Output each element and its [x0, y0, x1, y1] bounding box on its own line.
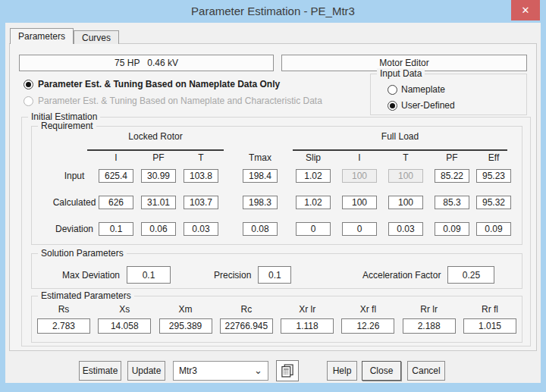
window-title: Parameter Estimation - PE_Mtr3: [0, 0, 546, 23]
input-data-group-label: Input Data: [377, 68, 425, 79]
initial-estimation-group: Initial Estimation Requirement Locked Ro…: [21, 117, 531, 347]
req-calculated-cell-6: 100: [388, 196, 423, 209]
acceleration-factor-input[interactable]: 0.25: [447, 266, 494, 284]
tab-parameters[interactable]: Parameters: [10, 28, 74, 44]
req-input-cell-2[interactable]: 103.8: [184, 169, 218, 183]
req-input-cell-3[interactable]: 198.4: [243, 169, 278, 183]
radio-icon: [24, 96, 33, 106]
req-input-cell-0[interactable]: 625.4: [99, 169, 133, 183]
req-calculated-cell-4: 1.02: [296, 196, 331, 209]
estimated-param-xr-lr: Xr lr1.118: [278, 304, 336, 334]
parameter-estimation-window: Parameter Estimation - PE_Mtr3 ✕ Paramet…: [0, 0, 546, 392]
req-deviation-cell-6: 0.03: [388, 222, 423, 236]
estimated-parameters-fields: Rs2.783Xs14.058Xm295.389Rc22766.945Xr lr…: [35, 304, 519, 334]
req-calculated-cell-1: 31.01: [141, 196, 176, 209]
estimated-param-value: 2.783: [37, 318, 90, 334]
max-deviation-input[interactable]: 0.1: [127, 266, 171, 284]
req-deviation-cell-0: 0.1: [99, 222, 133, 236]
input-data-option-nameplate[interactable]: Nameplate: [388, 83, 455, 96]
close-dialog-button[interactable]: Close: [362, 361, 401, 381]
column-header-t-6: T: [388, 152, 423, 163]
req-input-cell-7[interactable]: 85.22: [435, 169, 469, 183]
full-load-underline: [293, 149, 507, 151]
estimated-param-rr-lr: Rr lr2.188: [400, 304, 458, 334]
solution-field-acceleration-factor: Acceleration Factor0.25: [362, 266, 494, 284]
estimation-option-label: Parameter Est. & Tuning Based on Namepla…: [38, 79, 280, 89]
estimated-param-label: Rr lr: [420, 304, 438, 315]
estimated-param-rc: Rc22766.945: [218, 304, 275, 334]
req-calculated-cell-5: 100: [342, 196, 377, 209]
row-label-deviation: Deviation: [42, 224, 106, 234]
column-header-t-2: T: [184, 152, 218, 163]
estimate-button[interactable]: Estimate: [79, 361, 121, 381]
req-calculated-cell-2: 103.7: [184, 196, 218, 209]
req-input-cell-4[interactable]: 1.02: [296, 169, 331, 183]
input-data-group: Input Data NameplateUser-Defined: [370, 74, 527, 115]
req-input-cell-8[interactable]: 95.23: [476, 169, 511, 183]
column-header-eff-8: Eff: [476, 152, 511, 163]
radio-icon[interactable]: [388, 101, 397, 111]
update-button[interactable]: Update: [127, 361, 165, 381]
estimated-param-value: 2.188: [403, 318, 456, 334]
estimated-param-value: 12.26: [341, 318, 394, 334]
solution-parameters-fields: Max Deviation0.1Precision0.1Acceleration…: [32, 254, 522, 288]
rating-field: 75 HP 0.46 kV: [19, 55, 274, 71]
req-deviation-cell-7: 0.09: [435, 222, 469, 236]
column-header-pf-1: PF: [141, 152, 176, 163]
row-label-calculated: Calculated: [42, 197, 106, 208]
parameters-tab-panel: 75 HP 0.46 kV Motor Editor Parameter Est…: [9, 43, 537, 351]
dialog-body: ParametersCurves 75 HP 0.46 kV Motor Edi…: [5, 23, 541, 383]
close-button[interactable]: ✕: [511, 0, 540, 20]
radio-icon[interactable]: [388, 85, 397, 95]
req-input-cell-1[interactable]: 30.99: [141, 169, 176, 183]
column-header-tmax-3: Tmax: [243, 152, 278, 163]
estimated-param-value: 1.118: [281, 318, 334, 334]
req-deviation-cell-8: 0.09: [476, 222, 511, 236]
tab-curves[interactable]: Curves: [74, 30, 119, 44]
requirement-table: Locked RotorFull LoadIPFTTmaxSlipITPFEff…: [32, 127, 522, 244]
estimated-param-xs: Xs14.058: [96, 304, 153, 334]
requirement-group: Requirement Locked RotorFull LoadIPFTTma…: [31, 126, 522, 245]
estimated-parameters-group: Estimated Parameters Rs2.783Xs14.058Xm29…: [31, 296, 522, 343]
req-deviation-cell-2: 0.03: [184, 222, 218, 236]
req-input-cell-5: 100: [342, 169, 377, 183]
estimated-param-xm: Xm295.389: [157, 304, 215, 334]
close-icon: ✕: [522, 5, 530, 16]
titlebar: Parameter Estimation - PE_Mtr3 ✕: [0, 0, 546, 23]
chevron-down-icon: ⌄: [254, 367, 262, 375]
cancel-button[interactable]: Cancel: [407, 361, 445, 381]
estimated-param-value: 1.015: [463, 318, 516, 334]
precision-input[interactable]: 0.1: [258, 266, 291, 284]
estimated-param-label: Xr fl: [360, 304, 376, 315]
solution-field-label: Precision: [214, 270, 251, 281]
column-header-i-0: I: [99, 152, 133, 163]
input-data-option-user-defined[interactable]: User-Defined: [388, 99, 455, 111]
row-label-input: Input: [42, 171, 106, 181]
help-button[interactable]: Help: [327, 361, 357, 381]
radio-icon[interactable]: [24, 80, 33, 89]
report-button[interactable]: [276, 360, 299, 381]
estimated-param-value: 14.058: [98, 318, 151, 334]
locked-rotor-underline: [87, 149, 224, 151]
req-deviation-cell-4: 0: [296, 222, 331, 236]
req-calculated-cell-8: 95.32: [476, 196, 511, 209]
device-combobox[interactable]: Mtr3 ⌄: [173, 361, 268, 381]
column-header-pf-7: PF: [435, 152, 469, 163]
estimated-param-label: Rr fl: [482, 304, 498, 315]
req-input-cell-6: 100: [388, 169, 423, 183]
estimated-param-value: 295.389: [159, 318, 212, 334]
estimated-param-label: Rs: [58, 304, 70, 315]
full-load-header: Full Load: [293, 131, 507, 142]
estimated-param-rs: Rs2.783: [35, 304, 93, 334]
solution-field-label: Max Deviation: [62, 270, 120, 281]
locked-rotor-header: Locked Rotor: [87, 131, 224, 142]
estimated-param-label: Rc: [241, 304, 253, 315]
req-calculated-cell-7: 85.3: [435, 196, 469, 209]
estimation-option-2: Parameter Est. & Tuning Based on Namepla…: [24, 95, 322, 107]
req-calculated-cell-0: 626: [99, 196, 133, 209]
report-icon: [280, 363, 295, 378]
estimated-param-xr-fl: Xr fl12.26: [339, 304, 397, 334]
estimated-param-value: 22766.945: [220, 318, 273, 334]
estimation-option-1[interactable]: Parameter Est. & Tuning Based on Namepla…: [24, 78, 280, 90]
req-deviation-cell-5: 0: [342, 222, 377, 236]
